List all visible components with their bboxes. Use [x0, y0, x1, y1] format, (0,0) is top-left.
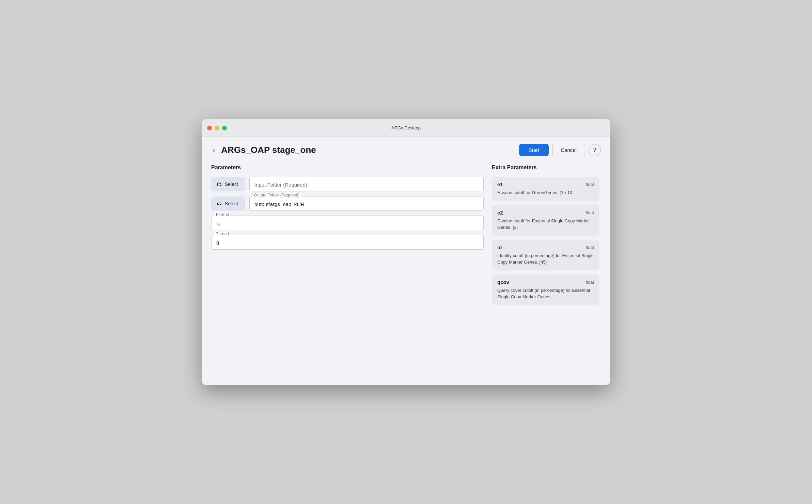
output-folder-select-button[interactable]: 🗂 Select: [211, 196, 245, 211]
minimize-button[interactable]: [215, 126, 219, 130]
extra-param-card: e2 float E-value cutoff for Essential Si…: [492, 205, 599, 236]
extra-param-name: e2: [497, 210, 503, 216]
extra-param-type: float: [585, 182, 594, 187]
input-folder-select-button[interactable]: 🗂 Select: [211, 177, 245, 191]
folder-icon-2: 🗂: [217, 201, 222, 207]
format-row: Format: [211, 216, 484, 230]
back-button[interactable]: ‹: [211, 146, 216, 154]
output-folder-button-label: Select: [225, 201, 238, 206]
cancel-button[interactable]: Cancel: [552, 144, 585, 156]
folder-icon: 🗂: [217, 181, 222, 187]
extra-param-type: float: [585, 245, 594, 250]
input-folder-input[interactable]: [249, 177, 484, 191]
toolbar: ‹ ARGs_OAP stage_one Start Cancel ?: [202, 137, 610, 156]
extra-param-type: float: [585, 280, 594, 285]
titlebar: ARGs Desktop: [202, 119, 610, 137]
extra-param-card: e1 float E-value cutoff for GreenGenes. …: [492, 177, 599, 201]
traffic-lights: [207, 126, 227, 130]
extra-param-type: float: [585, 210, 594, 215]
extra-param-name: id: [497, 245, 502, 250]
extra-param-header: e1 float: [497, 182, 594, 187]
input-folder-button-label: Select: [225, 182, 238, 187]
output-folder-row: 🗂 Select Output Folder (Required): [211, 196, 484, 211]
extra-params-list: e1 float E-value cutoff for GreenGenes. …: [492, 177, 601, 305]
toolbar-right: Start Cancel ?: [519, 144, 601, 156]
extra-parameters-label: Extra Parameters: [492, 164, 601, 171]
output-folder-input-wrapper: Output Folder (Required): [249, 196, 484, 211]
thread-row: Thread: [211, 235, 484, 250]
extra-param-header: e2 float: [497, 210, 594, 216]
right-panel: Extra Parameters e1 float E-value cutoff…: [492, 164, 601, 375]
toolbar-left: ‹ ARGs_OAP stage_one: [211, 145, 316, 155]
start-button[interactable]: Start: [519, 144, 549, 156]
thread-label: Thread: [215, 232, 230, 236]
extra-param-description: E-value cutoff for Essential Single Copy…: [497, 218, 594, 231]
format-label: Format: [215, 212, 230, 217]
extra-param-card: id float Identity cutoff (in percentage)…: [492, 240, 599, 270]
extra-param-description: Identity cutoff (in percentage) for Esse…: [497, 252, 594, 266]
extra-param-description: E-value cutoff for GreenGenes. [1e-10]: [497, 189, 594, 196]
input-folder-input-wrapper: [249, 177, 484, 191]
input-folder-field: [249, 177, 484, 191]
extra-param-card: qcov float Query cover cutoff (in percen…: [492, 274, 599, 305]
output-folder-label: Output Folder (Required): [253, 193, 301, 198]
left-panel: Parameters 🗂 Select 🗂 Select: [211, 164, 484, 375]
extra-param-name: e1: [497, 182, 503, 187]
input-folder-row: 🗂 Select: [211, 177, 484, 191]
output-folder-field: Output Folder (Required): [249, 196, 484, 211]
format-input[interactable]: [211, 216, 484, 230]
extra-param-header: id float: [497, 245, 594, 250]
content-area: Parameters 🗂 Select 🗂 Select: [202, 156, 610, 385]
main-window: ARGs Desktop ‹ ARGs_OAP stage_one Start …: [202, 119, 610, 385]
page-title: ARGs_OAP stage_one: [221, 145, 316, 155]
maximize-button[interactable]: [222, 126, 227, 130]
extra-param-description: Query cover cutoff (in percentage) for E…: [497, 287, 594, 300]
close-button[interactable]: [207, 126, 212, 130]
extra-param-header: qcov float: [497, 279, 594, 285]
thread-input[interactable]: [211, 235, 484, 250]
help-button[interactable]: ?: [589, 144, 601, 156]
window-title: ARGs Desktop: [391, 125, 421, 130]
parameters-label: Parameters: [211, 164, 484, 171]
extra-param-name: qcov: [497, 279, 509, 285]
output-folder-input[interactable]: [249, 196, 484, 211]
